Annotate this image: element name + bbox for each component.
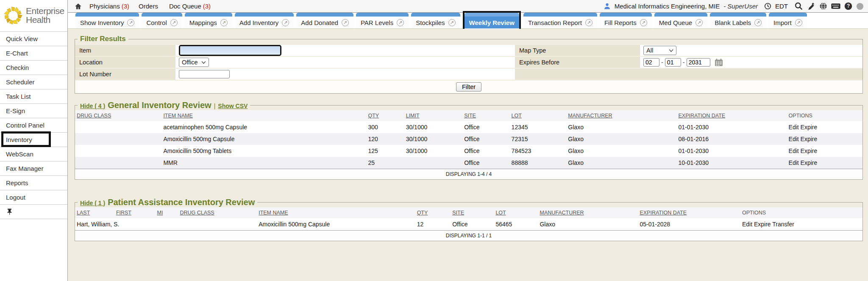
col-item-name[interactable]: ITEM NAME [257, 207, 415, 218]
popout-icon[interactable]: ↗ [220, 19, 228, 26]
row-options-links[interactable]: Edit Expire Transfer [740, 218, 862, 231]
lot-number-label: Lot Number [75, 69, 175, 80]
filter-button[interactable]: Filter [456, 82, 481, 92]
col-lot[interactable]: LOT [510, 110, 567, 121]
map-type-select[interactable]: All [643, 46, 676, 55]
tab-weekly-review[interactable]: Weekly Review [465, 13, 519, 28]
expires-month-input[interactable] [643, 58, 659, 67]
popout-icon[interactable]: ↗ [754, 19, 762, 26]
sidebar-item-reports[interactable]: Reports [0, 176, 67, 190]
tab-add-donated[interactable]: Add Donated↗ [296, 13, 353, 28]
col-expiration-date[interactable]: EXPIRATION DATE [676, 110, 787, 121]
col-qty[interactable]: QTY [415, 207, 451, 218]
col-manufacturer[interactable]: MANUFACTURER [538, 207, 638, 218]
sidebar: Enterprise Health Quick View E-Chart Che… [0, 0, 68, 281]
expires-year-input[interactable] [687, 58, 710, 67]
cell-site: Office [451, 218, 494, 231]
tab-med-queue[interactable]: Med Queue↗ [654, 13, 707, 28]
col-drug-class[interactable]: DRUG CLASS [178, 207, 257, 218]
sidebar-item-logout[interactable]: Logout [0, 190, 67, 205]
filter-spacer [515, 69, 862, 80]
popout-icon[interactable]: ↗ [795, 19, 802, 26]
popout-icon[interactable]: ↗ [170, 19, 178, 26]
popout-icon[interactable]: ↗ [127, 19, 134, 26]
row-options-links[interactable]: Edit Expire [787, 145, 862, 157]
nav-doc-queue[interactable]: Doc Queue (3) [169, 3, 211, 10]
tab-blank-labels[interactable]: Blank Labels↗ [710, 13, 766, 28]
cell-site: Office [462, 121, 509, 133]
sidebar-item-e-chart[interactable]: E-Chart [0, 46, 67, 61]
tab-mappings[interactable]: Mappings↗ [185, 13, 232, 28]
expires-day-input[interactable] [665, 58, 681, 67]
tab-control[interactable]: Control↗ [142, 13, 182, 28]
col-qty[interactable]: QTY [366, 110, 404, 121]
popout-icon[interactable]: ↗ [397, 19, 404, 26]
sidebar-item-control-panel[interactable]: Control Panel [0, 118, 67, 133]
col-limit[interactable]: LIMIT [404, 110, 462, 121]
sidebar-item-scheduler[interactable]: Scheduler [0, 75, 67, 89]
col-item-name[interactable]: ITEM NAME [161, 110, 366, 121]
popout-icon[interactable]: ↗ [448, 19, 456, 26]
location-label: Location [75, 57, 175, 68]
nav-physicians[interactable]: Physicians (3) [89, 3, 129, 10]
col-manufacturer[interactable]: MANUFACTURER [566, 110, 676, 121]
col-first[interactable]: FIRST [114, 207, 156, 218]
search-icon[interactable] [794, 2, 803, 11]
tab-label: Med Queue [659, 19, 692, 26]
globe-icon[interactable] [819, 2, 827, 10]
sidebar-item-inventory[interactable]: Inventory [0, 133, 67, 147]
tab-show-inventory[interactable]: Show Inventory↗ [75, 13, 139, 28]
item-input[interactable] [180, 46, 280, 55]
sidebar-item-quick-view[interactable]: Quick View [0, 32, 67, 46]
help-icon[interactable]: ? [844, 2, 852, 10]
show-csv-link[interactable]: Show CSV [218, 103, 248, 109]
col-expiration-date[interactable]: EXPIRATION DATE [638, 207, 740, 218]
keyboard-icon[interactable] [831, 3, 840, 10]
sidebar-pin-toggle[interactable] [0, 205, 67, 219]
tab-transaction-report[interactable]: Transaction Report↗ [523, 13, 597, 28]
tab-fill-reports[interactable]: Fill Reports↗ [600, 13, 652, 28]
calendar-icon[interactable] [715, 58, 723, 67]
tab-label: PAR Levels [361, 19, 393, 26]
timezone-label[interactable]: EDT [775, 3, 788, 10]
clock-icon[interactable] [764, 3, 771, 10]
popout-icon[interactable]: ↗ [640, 19, 647, 26]
general-hide-link[interactable]: Hide ( 4 ) [80, 103, 105, 109]
col-last[interactable]: LAST [75, 207, 114, 218]
tab-par-levels[interactable]: PAR Levels↗ [356, 13, 409, 28]
popout-icon[interactable]: ↗ [696, 19, 703, 26]
sidebar-item-label: Control Panel [6, 122, 45, 129]
cell-lot: 12345 [510, 121, 567, 133]
home-icon[interactable] [75, 3, 82, 10]
nav-orders[interactable]: Orders [139, 3, 160, 10]
patient-hide-link[interactable]: Hide ( 1 ) [80, 200, 105, 206]
row-options-links[interactable]: Edit Expire [787, 157, 862, 169]
cell-manufacturer: Glaxo [566, 145, 676, 157]
item-label: Item [75, 45, 175, 56]
row-options-links[interactable]: Edit Expire [787, 121, 862, 133]
col-mi[interactable]: MI [156, 207, 178, 218]
popout-icon[interactable]: ↗ [585, 19, 593, 26]
tab-add-inventory[interactable]: Add Inventory↗ [235, 13, 294, 28]
annotate-wand-icon[interactable] [807, 2, 815, 11]
popout-icon[interactable]: ↗ [342, 19, 349, 26]
location-select[interactable]: Office [179, 58, 209, 67]
cell-manufacturer: Glaxo [566, 133, 676, 145]
col-lot[interactable]: LOT [494, 207, 538, 218]
col-drug-class[interactable]: DRUG CLASS [75, 110, 161, 121]
sidebar-item-e-sign[interactable]: E-Sign [0, 104, 67, 118]
col-site[interactable]: SITE [462, 110, 509, 121]
tab-stockpiles[interactable]: Stockpiles↗ [411, 13, 460, 28]
current-user[interactable]: Medical Informatics Engineering, MIE [615, 3, 720, 10]
tab-label: Weekly Review [469, 19, 515, 26]
col-site[interactable]: SITE [451, 207, 494, 218]
sidebar-item-checkin[interactable]: Checkin [0, 61, 67, 75]
status-circle-icon[interactable] [856, 3, 864, 10]
sidebar-item-fax-manager[interactable]: Fax Manager [0, 161, 67, 176]
tab-import[interactable]: Import↗ [769, 13, 807, 28]
popout-icon[interactable]: ↗ [282, 19, 289, 26]
row-options-links[interactable]: Edit Expire [787, 133, 862, 145]
sidebar-item-task-list[interactable]: Task List [0, 89, 67, 104]
sidebar-item-webscan[interactable]: WebScan [0, 147, 67, 161]
lot-number-input[interactable] [179, 70, 230, 78]
